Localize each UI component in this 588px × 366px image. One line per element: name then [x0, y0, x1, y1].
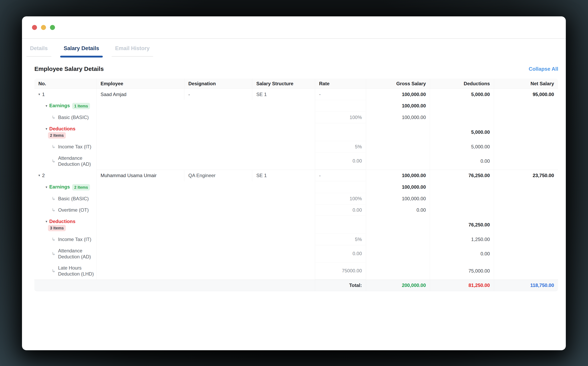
employee-cell: [96, 245, 184, 262]
employee-cell: Muhammad Usama Umair: [96, 170, 184, 181]
salary-structure-cell: [252, 262, 315, 280]
component-label: Income Tax (IT): [58, 236, 91, 242]
collapse-toggle-icon[interactable]: ▾: [38, 92, 40, 98]
page-title: Employee Salary Details: [34, 66, 104, 72]
net-salary-cell: [494, 112, 558, 123]
collapse-toggle-icon[interactable]: ▾: [46, 103, 47, 109]
net-salary-cell: [494, 141, 558, 152]
salary-structure-cell: [252, 100, 315, 112]
net-salary-cell: [494, 123, 558, 141]
group-label: Deductions: [49, 219, 76, 224]
tree-cell: ↳Income Tax (IT): [34, 234, 96, 245]
deductions-cell: 76,250.00: [430, 216, 494, 234]
tree-cell[interactable]: ▾2: [34, 170, 96, 181]
child-branch-icon: ↳: [52, 196, 55, 202]
tree-cell[interactable]: ▾1: [34, 89, 96, 100]
tree-cell[interactable]: ▾Deductions3 Items: [34, 216, 96, 234]
deductions-value: 76,250.00: [469, 222, 490, 228]
tab-salary-details[interactable]: Salary Details: [60, 39, 103, 58]
collapse-toggle-icon[interactable]: ▾: [46, 126, 47, 132]
salary-structure-cell: SE 1: [252, 170, 315, 181]
child-branch-icon: ↳: [52, 158, 55, 164]
tree-cell[interactable]: ▾Deductions2 Items: [34, 123, 96, 141]
designation-value: -: [188, 92, 190, 98]
column-header-designation: Designation: [184, 79, 252, 89]
gross-salary-cell: 100,000.00: [366, 100, 430, 112]
net-salary-cell: [494, 245, 558, 262]
minimize-window-icon[interactable]: [41, 25, 46, 30]
collapse-toggle-icon[interactable]: ▾: [38, 173, 40, 178]
designation-value: QA Engineer: [188, 173, 215, 178]
salary-structure-value: SE 1: [256, 92, 267, 98]
collapse-toggle-icon[interactable]: ▾: [46, 219, 47, 225]
net-salary-value: 95,000.00: [533, 92, 554, 98]
rate-value: 0.00: [352, 207, 362, 213]
salary-structure-cell: [252, 234, 315, 245]
rate-value: 5%: [355, 236, 362, 242]
net-salary-cell: [494, 262, 558, 280]
deductions-value: 76,250.00: [469, 173, 490, 178]
column-header-gross-salary: Gross Salary: [366, 79, 430, 89]
gross-salary-value: 100,000.00: [402, 173, 426, 178]
tree-cell[interactable]: ▾Earnings1 Items: [34, 100, 96, 112]
designation-cell: [184, 100, 252, 112]
gross-salary-cell: 0.00: [366, 205, 430, 216]
items-count-badge: 3 Items: [48, 225, 66, 231]
tab-details[interactable]: Details: [26, 39, 51, 58]
tab-email-history[interactable]: Email History: [111, 39, 153, 58]
tree-cell: ↳Basic (BASIC): [34, 193, 96, 205]
total-empty-cell: [96, 280, 184, 291]
rate-cell: 75000.00: [315, 262, 366, 280]
total-net-salary: 118,750.00: [494, 280, 558, 291]
net-salary-cell: [494, 193, 558, 205]
rate-value: 100%: [350, 196, 362, 202]
employee-cell: [96, 216, 184, 234]
rate-value: 0.00: [352, 251, 362, 257]
gross-salary-cell: 100,000.00: [366, 89, 430, 100]
page-header: Employee Salary Details Collapse All: [34, 64, 558, 74]
net-salary-cell: [494, 234, 558, 245]
row-number: 2: [42, 173, 45, 178]
column-header-rate: Rate: [315, 79, 366, 89]
deductions-cell: 75,000.00: [430, 262, 494, 280]
employee-cell: [96, 205, 184, 216]
gross-salary-cell: [366, 123, 430, 141]
tree-cell: ↳Basic (BASIC): [34, 112, 96, 123]
collapse-toggle-icon[interactable]: ▾: [46, 184, 47, 190]
rate-cell: [315, 100, 366, 112]
child-branch-icon: ↳: [52, 268, 55, 274]
rate-cell: [315, 216, 366, 234]
net-salary-cell: 95,000.00: [494, 89, 558, 100]
net-salary-value: 23,750.00: [533, 173, 554, 178]
deductions-cell: 5,000.00: [430, 123, 494, 141]
deductions-value: 75,000.00: [469, 268, 490, 274]
deductions-cell: [430, 181, 494, 193]
employee-cell: Saad Amjad: [96, 89, 184, 100]
gross-salary-cell: 100,000.00: [366, 181, 430, 193]
collapse-all-button[interactable]: Collapse All: [529, 66, 558, 72]
rate-cell: -: [315, 170, 366, 181]
salary-structure-cell: [252, 141, 315, 152]
rate-cell: [315, 123, 366, 141]
tree-cell[interactable]: ▾Earnings2 Items: [34, 181, 96, 193]
rate-value: 5%: [355, 144, 362, 150]
rate-cell: 100%: [315, 112, 366, 123]
component-label: Basic (BASIC): [58, 196, 88, 202]
total-label: Total:: [315, 280, 366, 291]
net-salary-cell: 23,750.00: [494, 170, 558, 181]
column-header-no: No.: [34, 79, 96, 89]
maximize-window-icon[interactable]: [50, 25, 55, 30]
net-salary-cell: [494, 100, 558, 112]
gross-salary-cell: 100,000.00: [366, 193, 430, 205]
gross-salary-value: 0.00: [416, 207, 426, 213]
component-label: Income Tax (IT): [58, 144, 91, 150]
salary-details-panel: Employee Salary Details Collapse All No.…: [22, 64, 566, 291]
designation-cell: [184, 193, 252, 205]
salary-structure-value: SE 1: [256, 173, 267, 178]
salary-structure-cell: [252, 181, 315, 193]
gross-salary-value: 100,000.00: [402, 103, 426, 109]
close-window-icon[interactable]: [32, 25, 37, 30]
designation-cell: [184, 141, 252, 152]
component-label: Overtime (OT): [58, 207, 88, 213]
deductions-value: 0.00: [480, 158, 490, 164]
